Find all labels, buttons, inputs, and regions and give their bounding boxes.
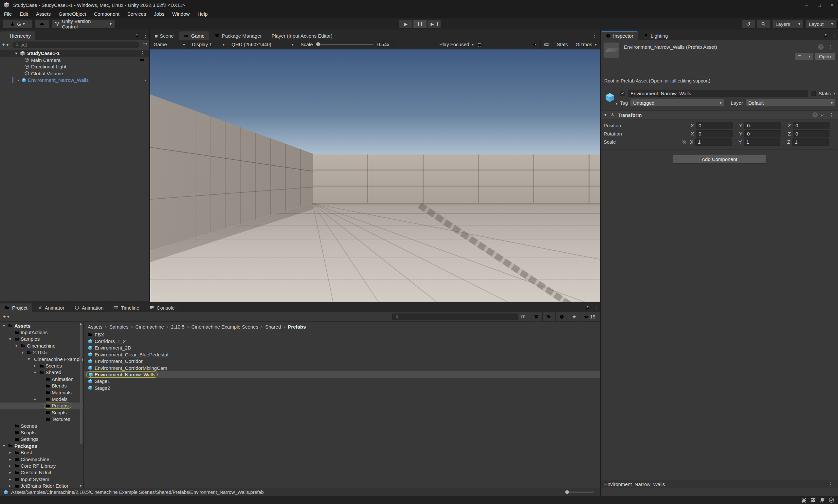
visible-items-toggle[interactable]: 19 — [584, 314, 595, 320]
cloud-button[interactable] — [35, 20, 49, 28]
tree-item-cinemachine-pkg[interactable]: ▸Cinemachine — [0, 456, 83, 463]
hierarchy-scene-row[interactable]: ▼ StudyCase1-1 ⋮ — [0, 50, 149, 57]
menu-gameobject[interactable]: GameObject — [55, 10, 90, 18]
file-item-fbx[interactable]: FBX — [84, 331, 600, 338]
favorites-star-icon[interactable]: ★ — [572, 313, 576, 320]
kebab-menu-icon[interactable]: ⋮ — [592, 304, 600, 310]
position-z-field[interactable] — [793, 122, 830, 129]
kebab-menu-icon[interactable]: ⋮ — [827, 44, 835, 50]
zoom-slider-thumb[interactable] — [565, 490, 569, 494]
kebab-menu-icon[interactable]: ⋮ — [827, 112, 835, 118]
menu-help[interactable]: Help — [194, 10, 212, 18]
tree-item-core-rp-library[interactable]: ▸Core RP Library — [0, 463, 83, 469]
chevron-down-icon[interactable]: ▾ — [6, 42, 8, 47]
tree-item-settings[interactable]: Settings — [0, 436, 83, 443]
tree-item-jetbrains-rider-editor[interactable]: ▸JetBrains Rider Editor — [0, 482, 83, 488]
status-debugger-disabled-icon[interactable] — [801, 497, 807, 503]
tab-game[interactable]: Game — [179, 32, 209, 40]
tab-scene[interactable]: # Scene — [150, 32, 178, 40]
layers-dropdown[interactable]: Layers ▾ — [772, 20, 803, 28]
active-checkbox[interactable]: ✓ — [620, 91, 625, 96]
rotation-z-field[interactable] — [793, 130, 830, 138]
file-item-environment-2d[interactable]: Environment_2D — [84, 345, 600, 351]
menu-assets[interactable]: Assets — [32, 10, 55, 18]
tree-item-textures[interactable]: Textures — [0, 416, 83, 422]
search-everywhere-button[interactable] — [757, 20, 770, 28]
tag-dropdown[interactable]: Untagged ▾ — [630, 99, 724, 106]
game-viewport[interactable] — [150, 50, 600, 302]
transform-component-header[interactable]: ▼ Transform ? ⋮ — [601, 110, 838, 120]
tree-item-samples[interactable]: ▼Samples — [0, 336, 83, 342]
tab-package-manager[interactable]: Package Manager — [210, 32, 266, 40]
static-checkbox[interactable] — [811, 91, 816, 96]
rotation-x-field[interactable] — [696, 130, 733, 138]
project-search-input[interactable] — [392, 313, 518, 320]
chevron-down-icon[interactable]: ▾ — [834, 91, 835, 95]
package-visibility-icon[interactable] — [534, 314, 539, 320]
layer-dropdown[interactable]: Default ▾ — [746, 99, 835, 106]
hierarchy-item-directional-light[interactable]: Directional Light — [0, 64, 149, 70]
tree-item-custom-nunit[interactable]: ▸Custom NUnit — [0, 469, 83, 476]
tab-animation[interactable]: Animation — [70, 303, 108, 312]
tree-item-prefabs[interactable]: Prefabs — [0, 402, 83, 409]
gameobject-name-field[interactable] — [628, 90, 808, 97]
hierarchy-item-main-camera[interactable]: Main Camera — [0, 57, 149, 64]
tree-item-scripts-root[interactable]: Scripts — [0, 429, 83, 436]
thumbnail-zoom-slider[interactable] — [565, 491, 594, 492]
hierarchy-item-environment-narrow-walls[interactable]: ▸ Environment_Narrow_Walls › — [0, 77, 149, 84]
hierarchy-search-input[interactable]: All — [13, 41, 140, 48]
menu-jobs[interactable]: Jobs — [150, 10, 168, 18]
tab-project[interactable]: Project — [0, 303, 32, 312]
tree-item-cinemachine[interactable]: ▼Cinemachine — [0, 342, 83, 349]
gizmos-dropdown[interactable]: Gizmos ▾ — [572, 41, 600, 47]
create-add-button[interactable]: + — [2, 41, 5, 48]
lock-icon[interactable] — [586, 305, 590, 310]
minimize-button[interactable]: – — [805, 2, 808, 8]
scale-z-field[interactable] — [792, 139, 829, 146]
add-component-button[interactable]: Add Component — [673, 155, 766, 164]
breadcrumb-shared[interactable]: Shared — [265, 324, 281, 329]
kebab-menu-icon[interactable]: ⋮ — [830, 32, 838, 39]
tab-player-input-actions[interactable]: Player (Input Actions Editor) — [267, 32, 337, 40]
pause-button[interactable] — [413, 20, 427, 28]
keyboard-icon[interactable] — [544, 42, 549, 47]
tab-inspector[interactable]: Inspector — [601, 32, 638, 40]
tree-item-shared[interactable]: ▼Shared — [0, 369, 83, 376]
tree-item-materials[interactable]: Materials — [0, 389, 83, 396]
menu-window[interactable]: Window — [168, 10, 194, 18]
tab-console[interactable]: Console — [145, 303, 179, 312]
undo-history-button[interactable]: ↺ — [742, 20, 755, 28]
play-focused-dropdown[interactable]: Play Focused ▾ — [436, 41, 477, 47]
kebab-menu-icon[interactable]: ⋮ — [827, 481, 835, 487]
scale-x-field[interactable] — [695, 139, 732, 146]
tree-item-burst[interactable]: ▸Burst — [0, 449, 83, 455]
tree-item-cinemachine-example-scenes[interactable]: ▼Cinemachine Example Scenes — [0, 356, 83, 362]
tree-item-models[interactable]: ▸Models — [0, 396, 83, 402]
kebab-menu-icon[interactable]: ⋮ — [139, 50, 147, 56]
scroll-up-icon[interactable]: ▲ — [79, 322, 83, 326]
create-add-button[interactable]: + — [3, 313, 6, 320]
stats-button[interactable]: Stats — [553, 41, 572, 47]
lock-icon[interactable] — [135, 33, 140, 38]
kebab-menu-icon[interactable]: ⋮ — [141, 32, 149, 39]
tree-item-animation[interactable]: Animation — [0, 376, 83, 382]
tab-hierarchy[interactable]: ≡ Hierarchy — [0, 32, 35, 40]
open-prefab-button[interactable]: Open — [815, 53, 835, 60]
hierarchy-item-global-volume[interactable]: Global Volume — [0, 70, 149, 77]
file-item-environment-corridor[interactable]: Environment_Corridor — [84, 358, 600, 364]
game-display-mode-dropdown[interactable]: Game ▾ — [150, 41, 188, 47]
tree-item-blends[interactable]: Blends — [0, 382, 83, 389]
breadcrumb-cinemachine-example-scenes[interactable]: Cinemachine Example Scenes — [192, 324, 258, 329]
tree-item-scripts[interactable]: Scripts — [0, 409, 83, 416]
chevron-down-icon[interactable]: ▾ — [7, 314, 9, 319]
chevron-down-icon[interactable]: ▾ — [616, 102, 617, 105]
presets-icon[interactable] — [820, 112, 825, 117]
play-button[interactable]: ▶ — [399, 20, 412, 28]
tab-timeline[interactable]: Timeline — [109, 303, 144, 312]
label-tag-icon[interactable] — [546, 314, 552, 320]
file-item-environment-clear-bluepedestal[interactable]: Environment_Clear_BluePedestal — [84, 351, 600, 358]
menu-file[interactable]: File — [0, 10, 16, 18]
tree-item-scenes-root[interactable]: Scenes — [0, 422, 83, 429]
mute-audio-icon[interactable] — [532, 42, 537, 47]
close-button[interactable]: × — [831, 2, 834, 8]
